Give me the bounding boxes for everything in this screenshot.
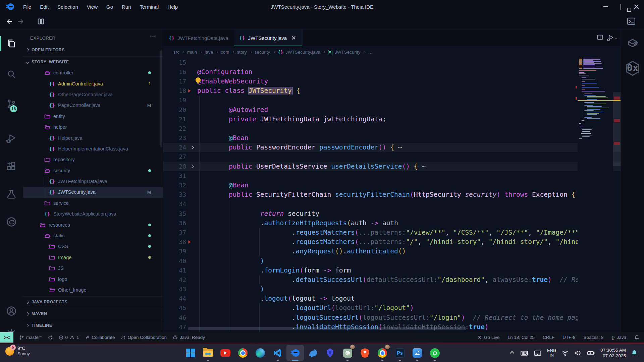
edge-icon[interactable] [252, 345, 269, 361]
code-line-21[interactable]: 21 private JWTFetchingData jwtFetchingDa… [163, 114, 621, 124]
brave-icon[interactable] [356, 345, 374, 361]
volume-icon[interactable] [574, 349, 582, 357]
menu-help[interactable]: Help [163, 0, 182, 13]
code-line-44[interactable]: 44 .logout(logout -> logout [163, 294, 621, 303]
code-line-17[interactable]: 17@EnableWebSecurity [163, 76, 621, 86]
remote-indicator[interactable]: >< [0, 332, 13, 343]
fold-chevron-icon[interactable] [186, 165, 197, 168]
terminal-icon[interactable] [627, 17, 636, 26]
menu-selection[interactable]: Selection [53, 0, 83, 13]
breadcrumb-more[interactable]: … [368, 50, 373, 55]
code-line-42[interactable]: 42 .defaultSuccessUrl(defaultSuccessUrl:… [163, 275, 621, 284]
explorer-files-icon[interactable] [0, 35, 23, 52]
toggle-panel-icon[interactable] [36, 17, 46, 26]
code-line-27[interactable]: 27 [163, 152, 621, 162]
tree-item-helper[interactable]: helper [23, 122, 163, 132]
indentation-status[interactable]: Spaces: 8 [583, 335, 603, 340]
line-number[interactable]: 47 [163, 323, 186, 330]
breadcrumb-story[interactable]: story [237, 50, 247, 55]
tree-item-resources[interactable]: resources [23, 219, 163, 230]
tree-item-helper-java[interactable]: {}Helper.java [23, 132, 163, 143]
chrome-icon[interactable] [234, 345, 252, 361]
line-number[interactable]: 43 [163, 286, 186, 293]
line-number[interactable]: 22 [163, 125, 186, 132]
problems-status[interactable]: 0 1 [59, 335, 79, 340]
extensions-icon[interactable] [0, 158, 23, 175]
menu-run[interactable]: Run [117, 0, 136, 13]
code-line-43[interactable]: 43 ) [163, 285, 621, 294]
photoshop-icon[interactable]: Ps [391, 345, 409, 361]
tree-item-pagecontroller-java[interactable]: {}PageController.javaM [23, 100, 163, 111]
line-number[interactable]: 33 [163, 191, 186, 198]
file-explorer-icon[interactable] [199, 345, 217, 361]
scrollbar-thumb[interactable] [613, 92, 621, 166]
code-line-35[interactable]: 35 return security [163, 209, 621, 218]
close-button[interactable] [629, 0, 644, 13]
code-line-37[interactable]: 37 .requestMatchers(...patterns:"/view/*… [163, 228, 621, 237]
touchpad-icon[interactable] [534, 349, 542, 357]
photos-icon[interactable] [409, 345, 426, 361]
code-line-20[interactable]: 20 @Autowired [163, 105, 621, 114]
line-number[interactable]: 21 [163, 116, 186, 123]
forward-arrow-icon[interactable] [17, 17, 26, 26]
fold-chevron-icon[interactable] [186, 146, 197, 149]
section-open-editors[interactable]: OPEN EDITORS [23, 44, 163, 55]
search-icon[interactable] [0, 66, 23, 83]
editor-scrollbar[interactable] [613, 47, 621, 332]
git-branch-status[interactable]: master* [19, 335, 42, 340]
line-number[interactable]: 38 [163, 238, 186, 245]
code-line-28[interactable]: 28 public UserDetailsService userDetails… [163, 162, 621, 171]
line-number[interactable]: 20 [163, 106, 186, 113]
run-debug-file-icon[interactable] [607, 34, 617, 42]
breadcrumb-symbol[interactable]: JWTSecurity [335, 50, 361, 55]
run-debug-icon[interactable] [0, 130, 23, 147]
code-line-22[interactable]: 22 [163, 124, 621, 133]
tree-item-static[interactable]: static [23, 230, 163, 241]
chatgpt-icon[interactable] [339, 345, 356, 361]
tray-expand-icon[interactable] [510, 351, 514, 355]
tree-item-css[interactable]: CSS [23, 241, 163, 252]
breadcrumb-file[interactable]: JWTSecurity.java [285, 50, 320, 55]
menu-file[interactable]: File [19, 0, 36, 13]
tab-jwtfetchingdata[interactable]: {} JWTFetchingData.java [163, 29, 234, 46]
breadcrumb-main[interactable]: main [187, 50, 197, 55]
whatsapp-icon[interactable] [426, 345, 443, 361]
language-status[interactable]: {}Java [611, 335, 626, 340]
code-line-31[interactable]: 31 [163, 171, 621, 180]
code-line-23[interactable]: 23 @Bean [163, 133, 621, 143]
code-line-39[interactable]: 39 .anyRequest().authenticated() [163, 247, 621, 256]
code-line-33[interactable]: 33 public SecurityFilterChain securityFi… [163, 190, 621, 199]
line-number[interactable]: 23 [163, 134, 186, 141]
line-number[interactable]: 39 [163, 248, 186, 255]
code-line-32[interactable]: 32 @Bean [163, 180, 621, 190]
line-number[interactable]: 32 [163, 182, 186, 189]
keyboard-icon[interactable] [520, 349, 528, 357]
weather-widget[interactable]: 5 9°C Sunny [5, 346, 30, 357]
code-line-41[interactable]: 41 .formLogin(form -> form [163, 265, 621, 275]
menu-view[interactable]: View [83, 0, 102, 13]
section-timeline[interactable]: TIMELINE [23, 320, 163, 331]
hex-0x-icon[interactable]: 0x [621, 60, 644, 76]
line-number[interactable]: 44 [163, 295, 186, 302]
wifi-icon[interactable] [561, 349, 569, 357]
theia-icon[interactable] [286, 345, 304, 361]
tree-item-image[interactable]: Image [23, 252, 163, 263]
notification-bell-icon[interactable] [631, 349, 638, 357]
tree-item-helperimplementationclass-java[interactable]: {}HelperImplementationClass.java [23, 143, 163, 154]
tree-item-service[interactable]: service [23, 198, 163, 208]
line-number[interactable]: 15 [163, 59, 186, 66]
code-line-46[interactable]: 46 .logoutSuccessUrl(logoutSuccessUrl:"/… [163, 313, 621, 322]
test-beaker-icon[interactable] [0, 186, 23, 203]
line-number[interactable]: 37 [163, 229, 186, 236]
youtube-icon[interactable] [217, 345, 234, 361]
tree-item-js[interactable]: JS [23, 263, 163, 274]
section-java-projects[interactable]: JAVA PROJECTS [23, 296, 163, 307]
tab-close-icon[interactable] [291, 35, 297, 41]
tree-item-admincontroller-java[interactable]: {}AdminController.java1 [23, 78, 163, 89]
line-number[interactable]: 46 [163, 314, 186, 321]
menu-go[interactable]: Go [102, 0, 117, 13]
line-number[interactable]: 18 [163, 87, 186, 94]
section-root-folder[interactable]: STORY_WEBSITE [23, 56, 163, 67]
line-number[interactable]: 16 [163, 68, 186, 75]
account-icon[interactable] [0, 302, 23, 320]
